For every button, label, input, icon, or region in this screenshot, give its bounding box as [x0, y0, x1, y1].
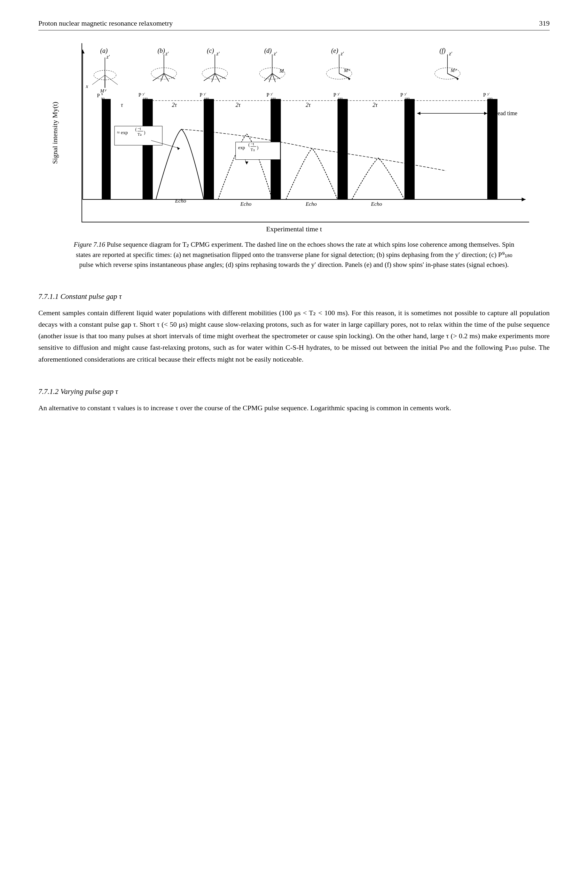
svg-text:180: 180 [338, 96, 343, 101]
svg-rect-69 [338, 99, 348, 199]
svg-text:Mʸ: Mʸ [450, 68, 457, 73]
svg-line-6 [105, 75, 118, 85]
svg-text:90: 90 [101, 96, 105, 101]
svg-text:−t: −t [137, 126, 141, 131]
svg-marker-107 [484, 112, 487, 115]
figure-caption: Figure 7.16 Pulse sequence diagram for T… [70, 240, 518, 270]
svg-text:180: 180 [270, 96, 276, 101]
svg-text:y′: y′ [270, 92, 273, 96]
figure-container: Signal intensity My(t) (a) z′ x Mʸ (b) [38, 43, 550, 270]
svg-text:2τ: 2τ [306, 102, 311, 108]
svg-text:(c): (c) [207, 47, 214, 54]
svg-marker-110 [522, 197, 525, 201]
svg-rect-49 [102, 99, 111, 199]
figure-number: Figure 7.16 [74, 241, 105, 248]
svg-text:): ) [144, 130, 145, 135]
page-number: 319 [539, 19, 550, 27]
svg-text:z′: z′ [340, 51, 344, 56]
y-axis-label: Signal intensity My(t) [51, 102, 59, 164]
svg-text:z′: z′ [216, 51, 220, 56]
svg-marker-102 [245, 162, 248, 164]
svg-text:(f): (f) [440, 47, 446, 54]
svg-text:(a): (a) [100, 47, 108, 54]
section-7712: 7.7.1.2 Varying pulse gap τ An alternati… [38, 388, 550, 414]
svg-marker-112 [81, 50, 84, 53]
svg-text:P: P [333, 92, 336, 98]
svg-text:Echo: Echo [305, 201, 317, 207]
section-7711-para-0: Cement samples contain different liquid … [38, 307, 550, 365]
svg-text:y′: y′ [204, 92, 206, 96]
section-7711: 7.7.1.1 Constant pulse gap τ Cement samp… [38, 292, 550, 365]
svg-text:Mʸ: Mʸ [344, 68, 350, 73]
svg-text:P: P [138, 92, 141, 98]
svg-text:x: x [101, 92, 103, 96]
svg-text:exp: exp [238, 145, 245, 150]
svg-text:2τ: 2τ [236, 102, 240, 108]
svg-marker-92 [177, 147, 180, 150]
svg-text:180: 180 [142, 96, 148, 101]
svg-text:(e): (e) [331, 47, 338, 54]
svg-text:P: P [400, 92, 403, 98]
svg-text:P: P [200, 92, 202, 98]
svg-text:P: P [97, 93, 100, 98]
svg-text:≈ exp: ≈ exp [117, 130, 128, 135]
svg-text:−t: −t [250, 141, 254, 146]
section-7712-para-0: An alternative to constant τ values is t… [38, 402, 550, 414]
svg-text:2τ: 2τ [172, 102, 177, 108]
svg-text:z′: z′ [448, 51, 452, 56]
svg-text:y′: y′ [142, 92, 145, 96]
svg-text:x: x [86, 84, 88, 89]
svg-text:(: ( [248, 142, 250, 147]
svg-text:Echo: Echo [370, 201, 382, 207]
svg-rect-59 [204, 99, 214, 199]
svg-text:(d): (d) [264, 47, 272, 54]
page-header: Proton nuclear magnetic resonance relaxo… [38, 19, 550, 30]
x-axis-label: Experimental time t [266, 225, 322, 233]
figure-caption-text: Pulse sequence diagram for T₂ CPMG exper… [76, 241, 514, 268]
svg-line-4 [92, 75, 105, 85]
svg-text:Echo: Echo [240, 201, 251, 207]
svg-text:τ: τ [121, 102, 123, 108]
svg-text:(: ( [135, 127, 136, 132]
svg-text:M: M [279, 68, 284, 74]
svg-text:T₂: T₂ [137, 132, 141, 137]
svg-text:z′: z′ [165, 51, 168, 56]
svg-rect-74 [404, 99, 414, 199]
svg-text:y′: y′ [404, 92, 407, 96]
svg-text:Dead time: Dead time [494, 110, 517, 116]
section-7712-heading: 7.7.1.2 Varying pulse gap τ [38, 388, 550, 396]
svg-text:y′: y′ [338, 92, 340, 96]
svg-marker-106 [417, 112, 420, 115]
svg-text:2τ: 2τ [372, 102, 378, 108]
header-title: Proton nuclear magnetic resonance relaxo… [38, 19, 172, 27]
svg-text:T₂: T₂ [250, 147, 255, 152]
figure-diagram: (a) z′ x Mʸ (b) z′ (c) [81, 43, 529, 223]
svg-rect-54 [142, 99, 153, 199]
svg-text:y′: y′ [487, 92, 489, 96]
section-7711-heading: 7.7.1.1 Constant pulse gap τ [38, 292, 550, 301]
svg-text:P: P [483, 92, 486, 98]
svg-text:180: 180 [204, 96, 209, 101]
svg-text:180: 180 [487, 96, 492, 101]
svg-text:z′: z′ [273, 51, 277, 56]
svg-text:): ) [257, 145, 258, 151]
svg-text:180: 180 [404, 96, 410, 101]
svg-text:P: P [266, 92, 269, 98]
svg-text:Echo: Echo [175, 198, 186, 204]
svg-text:z′: z′ [106, 54, 110, 60]
svg-text:(b): (b) [157, 47, 165, 54]
